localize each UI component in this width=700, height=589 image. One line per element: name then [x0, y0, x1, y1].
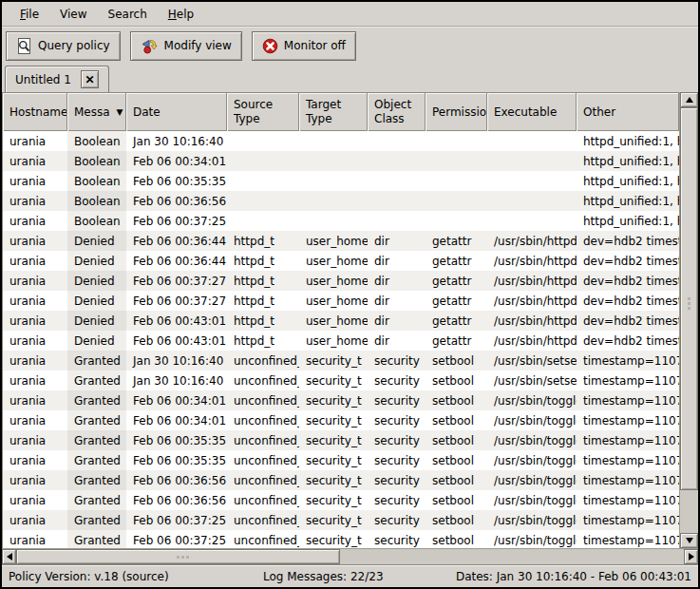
cell-target-type — [299, 171, 368, 191]
cell-other: dev=hdb2 timesta — [577, 331, 679, 351]
cell-executable: /usr/sbin/httpd — [487, 231, 577, 251]
cell-hostname: urania — [3, 291, 67, 311]
cell-source-type: unconfined_ — [227, 390, 299, 410]
cell-hostname: urania — [3, 151, 67, 171]
vertical-scrollbar[interactable] — [679, 92, 698, 548]
monitor-off-button[interactable]: Monitor off — [252, 31, 356, 61]
cell-object-class: security — [368, 390, 426, 410]
tab-untitled-1[interactable]: Untitled 1 ✕ — [5, 66, 109, 92]
vertical-scroll-track[interactable] — [680, 107, 698, 533]
cell-other: timestamp=11076 — [577, 410, 679, 430]
menu-view[interactable]: View — [49, 4, 97, 25]
table-row[interactable]: uraniaBooleanFeb 06 00:37:25httpd_unifie… — [3, 211, 679, 231]
table-row[interactable]: uraniaDeniedFeb 06 00:36:44httpd_tuser_h… — [3, 251, 679, 271]
arrow-down-icon — [686, 538, 693, 543]
cell-permission — [426, 171, 487, 191]
column-header-permission[interactable]: Permission — [426, 93, 487, 131]
cell-hostname: urania — [3, 171, 67, 191]
modify-view-button[interactable]: Modify view — [130, 31, 242, 61]
column-header-other[interactable]: Other — [577, 93, 679, 131]
menu-search[interactable]: Search — [98, 4, 158, 25]
cell-message: Denied — [67, 311, 126, 331]
table-row[interactable]: uraniaGrantedFeb 06 00:37:25unconfined_s… — [3, 530, 679, 548]
horizontal-scroll-track[interactable] — [16, 549, 684, 564]
cell-date: Feb 06 00:36:56 — [126, 470, 227, 490]
cell-permission: getattr — [426, 331, 487, 351]
cell-message: Boolean — [67, 171, 126, 191]
table-row[interactable]: uraniaGrantedJan 30 10:16:40unconfined_s… — [3, 351, 679, 370]
table-row[interactable]: uraniaGrantedFeb 06 00:36:56unconfined_s… — [3, 490, 679, 510]
column-header-executable[interactable]: Executable — [487, 93, 577, 131]
table-row[interactable]: uraniaGrantedFeb 06 00:37:25unconfined_s… — [3, 510, 679, 530]
cell-hostname: urania — [3, 211, 67, 231]
cell-message: Granted — [67, 490, 126, 510]
cell-other: timestamp=11076 — [577, 490, 679, 510]
column-header-target-type[interactable]: Target Type — [299, 93, 368, 131]
cell-source-type — [227, 171, 299, 191]
table-row[interactable]: uraniaBooleanFeb 06 00:34:01httpd_unifie… — [3, 151, 679, 171]
scroll-down-button[interactable] — [680, 533, 698, 548]
cell-target-type: security_t — [299, 530, 368, 548]
table-row[interactable]: uraniaDeniedFeb 06 00:37:27httpd_tuser_h… — [3, 271, 679, 291]
table-row[interactable]: uraniaDeniedFeb 06 00:43:01httpd_tuser_h… — [3, 331, 679, 351]
cell-hostname: urania — [3, 131, 67, 151]
horizontal-scrollbar[interactable] — [2, 548, 698, 564]
menu-file[interactable]: File — [9, 4, 49, 25]
column-header-object-class[interactable]: Object Class — [368, 93, 426, 131]
cell-other: dev=hdb2 timesta — [577, 231, 679, 251]
cell-message: Boolean — [67, 131, 126, 151]
horizontal-scroll-thumb[interactable] — [16, 549, 340, 564]
vertical-scroll-thumb[interactable] — [680, 107, 698, 490]
cell-hostname: urania — [3, 490, 67, 510]
cell-object-class: dir — [368, 251, 426, 271]
table-row[interactable]: uraniaBooleanFeb 06 00:36:56httpd_unifie… — [3, 191, 679, 211]
menu-help[interactable]: Help — [158, 4, 204, 25]
column-header-label: Executable — [494, 105, 557, 120]
cell-hostname: urania — [3, 470, 67, 490]
cell-permission: setbool — [426, 470, 487, 490]
scroll-up-button[interactable] — [680, 92, 698, 107]
cell-executable — [487, 191, 577, 211]
cell-message: Granted — [67, 390, 126, 410]
cell-executable: /usr/sbin/toggle — [487, 530, 577, 548]
table-row[interactable]: uraniaBooleanFeb 06 00:35:35httpd_unifie… — [3, 171, 679, 191]
cell-other: timestamp=11076 — [577, 390, 679, 410]
column-header-label: Object Class — [374, 98, 411, 126]
table-row[interactable]: uraniaGrantedFeb 06 00:36:56unconfined_s… — [3, 470, 679, 490]
cell-message: Granted — [67, 351, 126, 370]
cell-hostname: urania — [3, 331, 67, 351]
query-policy-button[interactable]: Query policy — [6, 31, 121, 61]
scroll-right-button[interactable] — [684, 549, 698, 564]
cell-executable: /usr/sbin/httpd — [487, 251, 577, 271]
cell-permission: getattr — [426, 251, 487, 271]
cell-target-type: user_home_ — [299, 251, 368, 271]
tab-close-button[interactable]: ✕ — [81, 70, 99, 88]
table-row[interactable]: uraniaGrantedFeb 06 00:35:35unconfined_s… — [3, 450, 679, 470]
table-row[interactable]: uraniaGrantedFeb 06 00:34:01unconfined_s… — [3, 390, 679, 410]
table-row[interactable]: uraniaGrantedFeb 06 00:34:01unconfined_s… — [3, 410, 679, 430]
cell-date: Feb 06 00:37:27 — [126, 291, 227, 311]
table-row[interactable]: uraniaBooleanJan 30 10:16:40httpd_unifie… — [3, 131, 679, 151]
cell-target-type: security_t — [299, 430, 368, 450]
table-row[interactable]: uraniaDeniedFeb 06 00:36:44httpd_tuser_h… — [3, 231, 679, 251]
scroll-left-button[interactable] — [2, 549, 16, 564]
column-header-source-type[interactable]: Source Type — [227, 93, 299, 131]
cell-date: Feb 06 00:35:35 — [126, 171, 227, 191]
cell-other: httpd_unified:1, h — [577, 171, 679, 191]
column-header-message[interactable]: Messa▼ — [67, 93, 126, 131]
table-row[interactable]: uraniaDeniedFeb 06 00:43:01httpd_tuser_h… — [3, 311, 679, 331]
table-row[interactable]: uraniaGrantedJan 30 10:16:40unconfined_s… — [3, 370, 679, 390]
cell-source-type: httpd_t — [227, 331, 299, 351]
cell-other: timestamp=11076 — [577, 450, 679, 470]
column-header-date[interactable]: Date — [126, 93, 227, 131]
table-row[interactable]: uraniaDeniedFeb 06 00:37:27httpd_tuser_h… — [3, 291, 679, 311]
cell-date: Feb 06 00:36:44 — [126, 251, 227, 271]
cell-permission — [426, 211, 487, 231]
cell-target-type: security_t — [299, 351, 368, 370]
cell-date: Jan 30 10:16:40 — [126, 351, 227, 370]
cell-permission: setbool — [426, 370, 487, 390]
table-row[interactable]: uraniaGrantedFeb 06 00:35:35unconfined_s… — [3, 430, 679, 450]
column-header-hostname[interactable]: Hostname — [3, 93, 67, 131]
cell-executable: /usr/sbin/toggle — [487, 450, 577, 470]
cell-object-class: dir — [368, 311, 426, 331]
